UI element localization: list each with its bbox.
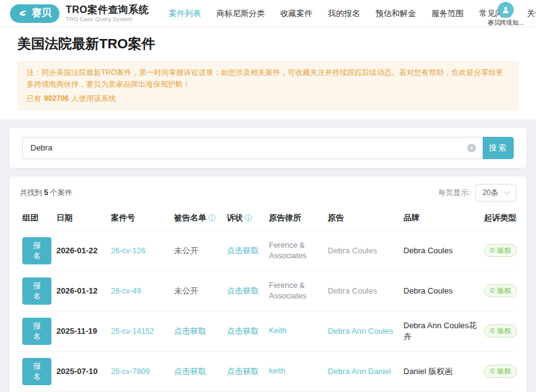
table-row: 报名 2025-07-10 25-cv-7809 点击获取 点击获取 keith… (20, 351, 516, 391)
chevron-down-icon (504, 188, 511, 194)
nav-nice-classification[interactable]: 商标尼斯分类 (216, 8, 265, 19)
col-header-lawsuit-type: 起诉类型 (481, 206, 516, 231)
defendants-link[interactable]: 点击获取 (174, 326, 206, 336)
logo-text: 赛贝 (32, 7, 51, 20)
user-block: 赛贝跨境知... (488, 2, 524, 27)
defendants-link[interactable]: 点击获取 (174, 367, 206, 376)
nav-settlement-estimate[interactable]: 预估和解金 (376, 8, 416, 19)
col-header-brand: 品牌 (401, 206, 481, 231)
case-date: 2026-01-22 (54, 230, 108, 271)
case-number-link[interactable]: 25-cv-7809 (111, 367, 150, 376)
page-size-control: 每页显示: 20条 (438, 184, 516, 202)
plaintiff-link[interactable]: Debra Ann Coules (328, 326, 393, 336)
case-date: 2025-11-19 (54, 311, 108, 351)
results-section: 共找到5个案件 每页显示: 20条 组团 日期 案件号 被告名单ⓘ 诉状ⓘ 原告… (10, 176, 526, 392)
plaintiff-link[interactable]: Debra Ann Daniel (328, 367, 391, 376)
user-avatar[interactable] (498, 2, 514, 18)
col-header-plaintiff: 原告 (325, 206, 401, 231)
table-row: 报名 2026-01-12 26-cv-49 未公开 点击获取 Ference … (20, 271, 516, 311)
lawsuit-type-badge: ©版权 (484, 365, 517, 378)
info-icon[interactable]: ⓘ (208, 214, 216, 222)
col-header-case-number: 案件号 (108, 206, 172, 231)
col-header-group: 组团 (20, 206, 54, 231)
copyright-icon: © (490, 328, 494, 334)
complaint-link[interactable]: 点击获取 (227, 326, 259, 336)
results-count: 5 (44, 188, 48, 197)
complaint-link[interactable]: 点击获取 (227, 286, 259, 295)
defendants-value: 未公开 (172, 230, 224, 271)
app-title-block: TRO案件查询系统 TRO Case Query System (66, 4, 149, 22)
search-input-wrap: × (22, 137, 483, 159)
law-firm: keith (266, 351, 325, 391)
table-header-row: 组团 日期 案件号 被告名单ⓘ 诉状ⓘ 原告律所 原告 品牌 起诉类型 (20, 206, 516, 231)
brand: Debra Coules (401, 271, 481, 311)
plaintiff: Debra Coules (325, 230, 401, 271)
brand: Debra Coules (401, 230, 481, 271)
search-input[interactable] (22, 137, 483, 159)
col-header-defendants: 被告名单ⓘ (172, 206, 224, 231)
search-section: × 搜索 (10, 128, 526, 168)
person-icon (501, 6, 510, 14)
user-name-label: 赛贝跨境知... (488, 19, 524, 27)
complaint-link[interactable]: 点击获取 (227, 367, 259, 376)
main-navigation: 案件列表 商标尼斯分类 收藏案件 我的报名 预估和解金 服务范围 常见问题 关于… (169, 8, 536, 19)
page-size-label: 每页显示: (438, 188, 470, 198)
nav-service-scope[interactable]: 服务范围 (431, 8, 464, 19)
clear-input-icon[interactable]: × (467, 144, 476, 152)
notice-banner: 注：同步美国法院最新TRO案件，第一时间掌握诉讼进展；如您涉及相关案件，可收藏关… (17, 61, 519, 110)
lawsuit-type-badge: ©版权 (484, 244, 517, 257)
usage-count-line: 已有902706人使用该系统 (27, 93, 509, 105)
nav-case-list[interactable]: 案件列表 (169, 8, 201, 19)
app-subtitle: TRO Case Query System (66, 15, 149, 22)
top-navbar: 赛贝 TRO案件查询系统 TRO Case Query System 案件列表 … (0, 0, 536, 27)
law-firm: Keith (266, 311, 325, 351)
page-title: 美国法院最新TRO案件 (17, 35, 519, 53)
brand: Daniel 版权画 (401, 351, 481, 391)
law-firm: Ference & Associates (266, 271, 325, 311)
defendants-value: 未公开 (172, 271, 224, 311)
saibei-logo[interactable]: 赛贝 (10, 4, 59, 23)
col-header-law-firm: 原告律所 (266, 206, 325, 231)
case-number-link[interactable]: 26-cv-49 (111, 287, 141, 295)
brand: Debra Ann Coules花卉 (401, 311, 481, 351)
nav-about-us[interactable]: 关于我们 (527, 8, 536, 19)
results-meta-row: 共找到5个案件 每页显示: 20条 (20, 184, 516, 202)
page-size-select[interactable]: 20条 (475, 184, 516, 202)
usage-count: 902706 (44, 94, 69, 103)
law-firm: Ference & Associates (266, 230, 325, 271)
case-date: 2025-07-10 (54, 351, 108, 391)
app-title: TRO案件查询系统 (66, 4, 149, 15)
search-button[interactable]: 搜索 (483, 137, 514, 159)
table-row: 报名 2025-11-19 25-cv-14152 点击获取 点击获取 Keit… (20, 311, 516, 351)
lawsuit-type-badge: ©版权 (484, 284, 517, 297)
table-row: 报名 2026-01-22 26-cv-126 未公开 点击获取 Ference… (20, 230, 516, 271)
results-count-text: 共找到5个案件 (20, 188, 72, 198)
signup-button[interactable]: 报名 (22, 277, 51, 305)
complaint-link[interactable]: 点击获取 (227, 246, 259, 255)
logo-swoosh-icon (18, 8, 29, 19)
copyright-icon: © (490, 368, 494, 375)
lawsuit-type-badge: ©版权 (484, 324, 517, 338)
notice-text: 注：同步美国法院最新TRO案件，第一时间掌握诉讼进展；如您涉及相关案件，可收藏关… (27, 67, 509, 90)
col-header-date: 日期 (54, 206, 108, 231)
page-header-section: 美国法院最新TRO案件 注：同步美国法院最新TRO案件，第一时间掌握诉讼进展；如… (0, 27, 536, 120)
case-number-link[interactable]: 25-cv-14152 (111, 327, 154, 336)
signup-button[interactable]: 报名 (22, 358, 51, 385)
nav-favorite-cases[interactable]: 收藏案件 (280, 8, 312, 19)
nav-my-signups[interactable]: 我的报名 (328, 8, 360, 19)
case-date: 2026-01-12 (54, 271, 108, 311)
cases-table: 组团 日期 案件号 被告名单ⓘ 诉状ⓘ 原告律所 原告 品牌 起诉类型 报名 2… (20, 206, 516, 392)
signup-button[interactable]: 报名 (22, 318, 51, 345)
plaintiff: Debra Coules (325, 271, 401, 311)
copyright-icon: © (490, 287, 494, 294)
signup-button[interactable]: 报名 (22, 237, 51, 264)
copyright-icon: © (490, 247, 494, 254)
col-header-complaint: 诉状ⓘ (224, 206, 266, 231)
case-number-link[interactable]: 26-cv-126 (111, 246, 146, 255)
info-icon[interactable]: ⓘ (245, 214, 252, 222)
